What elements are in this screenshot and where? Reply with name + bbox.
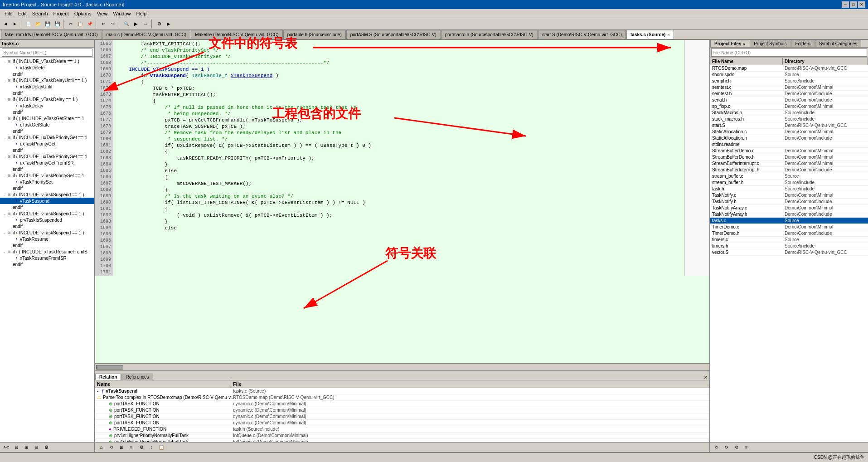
symbol-item-10[interactable]: feTaskGetState (0, 122, 94, 128)
symbol-item-16[interactable]: fuxTaskPriorityGetFromISR (0, 160, 94, 166)
code-line-1698[interactable]: { (117, 206, 681, 212)
file-row-12[interactable]: stdint.readme (710, 141, 868, 148)
close-btn[interactable]: ✕ (858, 1, 865, 8)
symbol-item-24[interactable]: -⊞if ( INCLUDE_vTaskSuspend == 1 ) (0, 210, 94, 217)
symbol-expand-24[interactable]: - (2, 212, 6, 216)
tab-5[interactable]: portmacro.h (Source\portable\GCC\RISC-V) (441, 30, 538, 39)
file-row-28[interactable]: timers.hSource\include (710, 243, 868, 249)
symbol-item-9[interactable]: -⊞if ( ( INCLUDE_eTaskGetState == 1 (0, 115, 94, 122)
code-line-1685[interactable]: /* Remove task from the ready/delayed li… (117, 130, 681, 136)
symbol-expand-9[interactable]: - (2, 117, 6, 121)
symbol-item-6[interactable]: -⊞if ( INCLUDE_vTaskDelay == 1 ) (0, 96, 94, 102)
file-row-24[interactable]: tasks.cSource (710, 218, 868, 224)
rel-expand-0[interactable]: - (97, 389, 102, 394)
rel-settings-btn[interactable]: ≡ (127, 443, 136, 452)
code-scrollbar-horizontal[interactable] (95, 363, 709, 370)
symbol-item-11[interactable]: endif (0, 128, 94, 134)
forward-btn[interactable]: ► (10, 19, 19, 29)
file-row-7[interactable]: StackMacros.hSource\include (710, 110, 868, 116)
file-row-4[interactable]: semtest.hDemo\Common\include (710, 91, 868, 97)
tab-1[interactable]: main.c (Demo\RISC-V-Qemu-virt_GCC) (102, 30, 190, 39)
right-tab-2[interactable]: Folders (791, 40, 814, 47)
references-tab[interactable]: References (121, 374, 153, 380)
file-row-11[interactable]: StaticAllocation.hDemo\Common\include (710, 135, 868, 141)
menu-item-file[interactable]: File (2, 10, 15, 17)
minimize-btn[interactable]: ─ (842, 1, 849, 8)
tab-7[interactable]: tasks.c (Source)× (626, 30, 674, 39)
sym-expand-btn[interactable]: ⊞ (22, 443, 31, 452)
symbol-item-17[interactable]: endif (0, 166, 94, 172)
menu-item-help[interactable]: Help (134, 10, 150, 17)
code-line-1687[interactable]: if( uxListRemove( &( pxTCB->xStateListIt… (117, 142, 681, 149)
hscroll-thumb[interactable] (96, 365, 123, 370)
symbol-item-1[interactable]: fvTaskDelete (0, 64, 94, 71)
proj-filter-btn[interactable]: ≡ (742, 443, 751, 452)
code-line-1679[interactable]: /* If null is passed in here then it is … (117, 104, 681, 111)
symbol-expand-12[interactable]: - (2, 136, 6, 140)
code-lines[interactable]: taskEXIT_CRITICAL(); /* end vTaskPriorit… (113, 40, 684, 276)
code-line-1678[interactable]: { (117, 98, 681, 104)
file-row-1[interactable]: sbom.spdxSource (710, 72, 868, 78)
symbol-item-22[interactable]: fvTaskSuspend (0, 198, 94, 204)
menu-item-search[interactable]: Search (29, 10, 51, 17)
open-btn[interactable]: 📂 (34, 19, 43, 29)
symbol-item-4[interactable]: fxTaskDelayUntil (0, 83, 94, 90)
code-line-1688[interactable]: { (117, 149, 681, 155)
menu-item-project[interactable]: Project (51, 10, 72, 17)
file-row-17[interactable]: stream_buffer.cSource (710, 173, 868, 180)
code-line-1697[interactable]: if( listLIST_ITEM_CONTAINER( &( pxTCB->x… (117, 199, 681, 206)
find-btn[interactable]: 🔍 (122, 19, 131, 29)
rel-row-7[interactable]: ⊕prv1stHigherPriorityNormallyFullTaskInt… (95, 433, 709, 439)
rel-filter-btn[interactable]: ⚙ (137, 443, 146, 452)
copy-btn[interactable]: 📋 (76, 19, 85, 29)
tab-0[interactable]: fake_rom.lds (Demo\RISC-V-Qemu-virt_GCC) (1, 30, 102, 39)
menu-item-options[interactable]: Options (72, 10, 94, 17)
relation-tab[interactable]: Relation (95, 374, 121, 380)
code-line-1681[interactable]: pxTCB = prvGetTCBFromHandle( xTaskToSusp… (117, 117, 681, 123)
tab-6[interactable]: start.S (Demo\RISC-V-Qemu-virt_GCC) (538, 30, 626, 39)
file-row-8[interactable]: stack_macros.hSource\include (710, 116, 868, 122)
file-search-input[interactable] (711, 49, 867, 57)
symbol-item-8[interactable]: endif (0, 109, 94, 115)
redo-btn[interactable]: ↪ (108, 19, 117, 29)
code-line-1683[interactable]: traceTASK_SUSPEND( pxTCB ); (117, 123, 681, 130)
relation-close-btn[interactable]: ✕ (702, 375, 709, 380)
rel-row-4[interactable]: ⊕portTASK_FUNCTIONdynamic.c (Demo\Common… (95, 413, 709, 420)
symbol-expand-21[interactable]: - (2, 193, 6, 197)
code-line-1669[interactable]: /*--------------------------------------… (117, 60, 681, 66)
code-line-1674[interactable]: { (117, 79, 681, 85)
code-line-1671[interactable]: INCLUDE_vTaskSuspend == 1 ) (117, 66, 681, 73)
symbol-item-27[interactable]: -⊞if ( INCLUDE_vTaskSuspend == 1 ) (0, 229, 94, 236)
file-row-25[interactable]: TimerDemo.cDemo\Common\Minimal (710, 224, 868, 230)
proj-refresh-btn[interactable]: ↻ (712, 443, 721, 452)
rel-row-5[interactable]: ⊕portTASK_FUNCTIONdynamic.c (Demo\Common… (95, 420, 709, 426)
tab-close-7[interactable]: × (667, 33, 669, 37)
rel-row-3[interactable]: ⊕portTASK_FUNCTIONdynamic.c (Demo\Common… (95, 407, 709, 413)
symbol-item-15[interactable]: -⊞if ( INCLUDE_uxTaskPriorityGet == 1 (0, 153, 94, 160)
paste-btn[interactable]: 📌 (85, 19, 94, 29)
symbol-item-18[interactable]: -⊞if ( INCLUDE_vTaskPrioritySet == 1 (0, 172, 94, 179)
symbol-item-3[interactable]: -⊞if ( INCLUDE_xTaskDelayUntil == 1 ) (0, 77, 94, 83)
right-tab-1[interactable]: Project Symbols (750, 40, 790, 47)
rel-row-1[interactable]: ⚠Parse Too complex in RTOSDemo:map (Demo… (95, 394, 709, 401)
code-line-1699[interactable]: ( void ) uxListRemove( &( pxTCB->xEventL… (117, 212, 681, 219)
code-line-1693[interactable]: mtCOVERAGE_TEST_MARKER(); (117, 180, 681, 187)
back-btn[interactable]: ◄ (1, 19, 10, 29)
undo-btn[interactable]: ↩ (99, 19, 108, 29)
file-row-2[interactable]: semphr.hSource\include (710, 78, 868, 84)
build-btn[interactable]: ⚙ (155, 19, 164, 29)
file-row-20[interactable]: TaskNotify.cDemo\Common\Minimal (710, 192, 868, 199)
symbol-item-26[interactable]: endif (0, 223, 94, 229)
file-row-16[interactable]: StreamBufferInterrupt.hDemo\Common\inclu… (710, 167, 868, 173)
file-row-26[interactable]: TimerDemo.hDemo\Common\include (710, 230, 868, 237)
symbol-item-19[interactable]: fvTaskPrioritySet (0, 179, 94, 185)
symbol-item-25[interactable]: fprvTaskIsSuspended (0, 217, 94, 223)
proj-settings-btn[interactable]: ⚙ (732, 443, 741, 452)
symbol-item-29[interactable]: endif (0, 242, 94, 248)
menu-item-edit[interactable]: Edit (15, 10, 29, 17)
file-row-29[interactable]: vector.SDemo\RISC-V-Qemu-virt_GCC (710, 249, 868, 256)
code-line-1675[interactable]: TCB_t * pxTCB; (117, 85, 681, 92)
findnext-btn[interactable]: ▶ (131, 19, 141, 29)
symbol-item-31[interactable]: fxTaskResumeFromISR (0, 255, 94, 261)
rel-expand-btn[interactable]: ⊞ (117, 443, 126, 452)
